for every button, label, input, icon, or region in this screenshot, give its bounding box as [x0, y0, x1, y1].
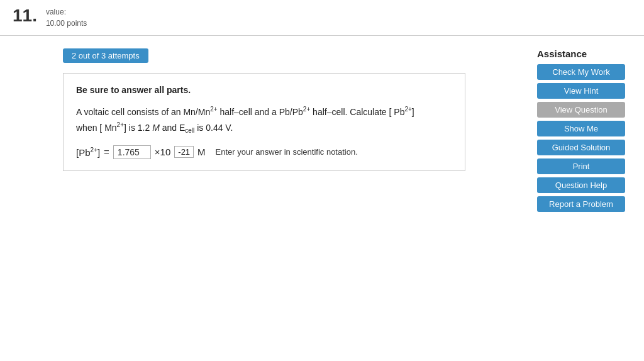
- M-unit-label: M: [197, 147, 206, 157]
- view-hint-button[interactable]: View Hint: [537, 83, 625, 99]
- problem-line1b: half–cell and a Pb/Pb: [218, 107, 303, 117]
- check-my-work-button[interactable]: Check My Work: [537, 64, 625, 80]
- meta-value: 10.00 points: [46, 19, 87, 28]
- question-area: 2 out of 3 attempts Be sure to answer al…: [63, 48, 525, 215]
- assistance-panel: Assistance Check My Work View Hint View …: [537, 48, 631, 215]
- cell-sub: cell: [185, 128, 194, 135]
- guided-solution-button[interactable]: Guided Solution: [537, 140, 625, 155]
- times-ten-label: ×10: [155, 147, 170, 157]
- problem-line1a: A voltaic cell consists of an Mn/Mn: [76, 107, 210, 117]
- assistance-title: Assistance: [537, 48, 631, 59]
- main-content: 2 out of 3 attempts Be sure to answer al…: [0, 36, 644, 228]
- answer-row: [Pb2+] = ×10 -21 M Enter your answer in …: [76, 145, 452, 159]
- M-italic: M: [152, 123, 162, 133]
- is-text: is 1.2: [129, 123, 150, 133]
- show-me-button[interactable]: Show Me: [537, 121, 625, 136]
- print-button[interactable]: Print: [537, 158, 625, 174]
- question-help-button[interactable]: Question Help: [537, 177, 625, 193]
- question-number: 11.: [13, 6, 37, 26]
- pb-superscript: 2+: [303, 106, 310, 113]
- is-044: is 0.44 V.: [197, 123, 233, 133]
- answer-prefix-label: [Pb2+]: [76, 147, 100, 158]
- equals-sign: =: [104, 147, 109, 157]
- header-bar: 11. value: 10.00 points: [0, 0, 644, 36]
- problem-text: A voltaic cell consists of an Mn/Mn2+ ha…: [76, 104, 452, 136]
- page-wrapper: 11. value: 10.00 points 2 out of 3 attem…: [0, 0, 644, 361]
- attempts-badge: 2 out of 3 attempts: [63, 48, 525, 73]
- exponent-box: -21: [174, 146, 194, 158]
- and-ecell: and E: [162, 123, 186, 133]
- mn2-bracket: [ Mn2+]: [99, 123, 128, 133]
- pb2-bracket: [ Pb2+]: [389, 107, 414, 117]
- question-meta: value: 10.00 points: [46, 6, 87, 29]
- enter-note: Enter your answer in scientific notation…: [216, 147, 358, 157]
- attempts-text: 2 out of 3 attempts: [63, 48, 148, 63]
- be-sure-text: Be sure to answer all parts.: [76, 85, 452, 95]
- answer-input[interactable]: [113, 145, 151, 159]
- question-box: Be sure to answer all parts. A voltaic c…: [63, 73, 465, 171]
- meta-label: value:: [46, 8, 66, 16]
- when-text: when: [76, 123, 97, 133]
- view-question-button[interactable]: View Question: [537, 102, 625, 118]
- report-problem-button[interactable]: Report a Problem: [537, 196, 625, 212]
- problem-line1c: half–cell. Calculate: [310, 107, 386, 117]
- mn-superscript: 2+: [210, 106, 217, 113]
